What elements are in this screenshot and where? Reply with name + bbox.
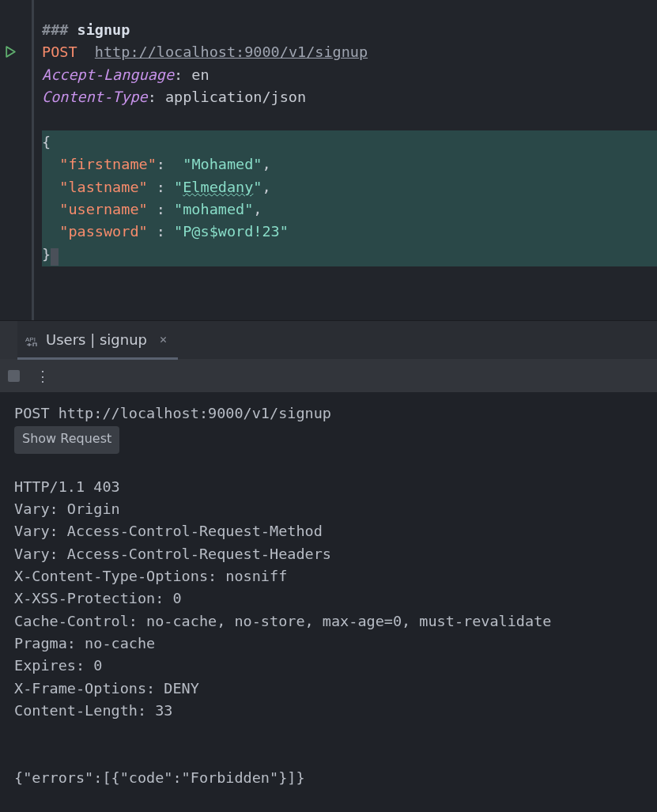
http-editor-pane: ### signup POST http://localhost:9000/v1… — [0, 0, 657, 320]
json-value: Elmedany — [183, 179, 253, 195]
request-body-block: { "firstname": "Mohamed", "lastname" : "… — [42, 130, 657, 266]
request-url: http://localhost:9000/v1/signup — [95, 43, 368, 60]
json-value: Mohamed — [191, 156, 253, 172]
response-line: Pragma: no-cache — [14, 633, 643, 655]
text-cursor — [51, 248, 59, 266]
section-name: signup — [77, 21, 130, 38]
json-value: mohamed — [183, 201, 244, 217]
http-method: POST — [42, 43, 77, 60]
tabbar-lead — [0, 321, 17, 359]
header-value: en — [191, 66, 209, 83]
brace-close: } — [42, 246, 51, 262]
json-key: "password" — [59, 223, 147, 240]
response-line: Vary: Access-Control-Request-Method — [14, 520, 643, 542]
stop-icon[interactable] — [8, 370, 20, 382]
tab-label: Users | signup — [46, 331, 147, 348]
response-line: Vary: Access-Control-Request-Headers — [14, 543, 643, 565]
response-line: Content-Length: 33 — [14, 700, 643, 722]
svg-text:API: API — [25, 336, 36, 343]
json-key: "lastname" — [59, 179, 147, 195]
response-line: X-XSS-Protection: 0 — [14, 587, 643, 610]
http-editor[interactable]: ### signup POST http://localhost:9000/v1… — [32, 0, 657, 320]
brace-open: { — [42, 134, 51, 150]
response-line: Cache-Control: no-cache, no-store, max-a… — [14, 610, 643, 633]
response-tabbar: API Users | signup ✕ — [0, 320, 657, 359]
run-request-icon[interactable] — [4, 45, 17, 59]
header-name: Content-Type — [42, 89, 148, 105]
close-icon[interactable]: ✕ — [155, 332, 167, 346]
request-line: POST http://localhost:9000/v1/signup — [42, 41, 657, 63]
response-body: {"errors":[{"code":"Forbidden"}]} — [14, 767, 643, 789]
json-value: P@s$word!23 — [183, 223, 280, 240]
response-line: Expires: 0 — [14, 655, 643, 677]
more-actions-icon[interactable]: ⋮ — [36, 368, 45, 384]
api-icon: API — [25, 334, 38, 345]
section-marker: ### — [42, 21, 68, 38]
request-echo: POST http://localhost:9000/v1/signup — [14, 402, 643, 425]
tab-users-signup[interactable]: API Users | signup ✕ — [17, 321, 178, 360]
response-line: X-Frame-Options: DENY — [14, 678, 643, 700]
response-pane[interactable]: POST http://localhost:9000/v1/signup Sho… — [0, 392, 657, 812]
json-key: "firstname" — [59, 156, 157, 172]
header-name: Accept-Language — [42, 66, 174, 83]
json-key: "username" — [59, 201, 147, 217]
header-value: application/json — [165, 89, 306, 105]
show-request-button[interactable]: Show Request — [14, 426, 119, 453]
response-line: X-Content-Type-Options: nosniff — [14, 565, 643, 587]
response-toolbar: ⋮ — [0, 359, 657, 392]
response-line: Vary: Origin — [14, 498, 643, 520]
editor-gutter — [0, 0, 32, 320]
section-line: ### signup — [42, 19, 657, 41]
response-line: HTTP/1.1 403 — [14, 476, 643, 498]
header-line: Content-Type: application/json — [42, 86, 657, 108]
header-line: Accept-Language: en — [42, 64, 657, 86]
